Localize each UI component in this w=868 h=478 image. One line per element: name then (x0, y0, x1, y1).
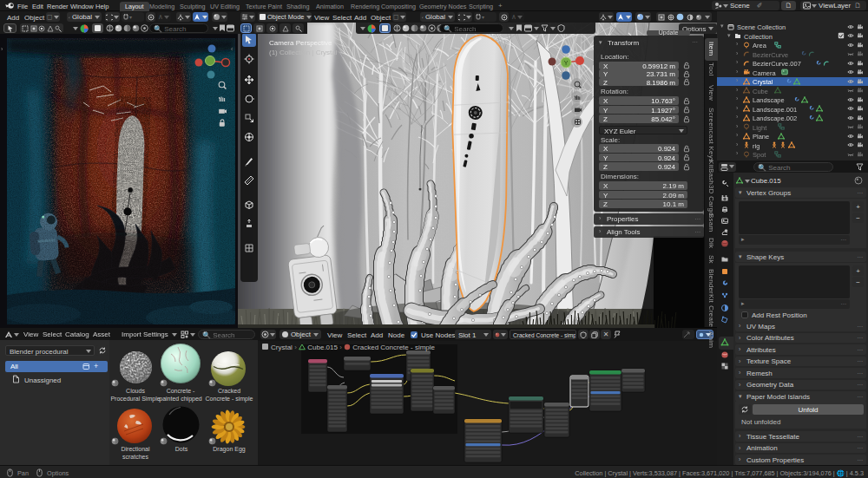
svg-text:Y: Y (564, 60, 569, 66)
